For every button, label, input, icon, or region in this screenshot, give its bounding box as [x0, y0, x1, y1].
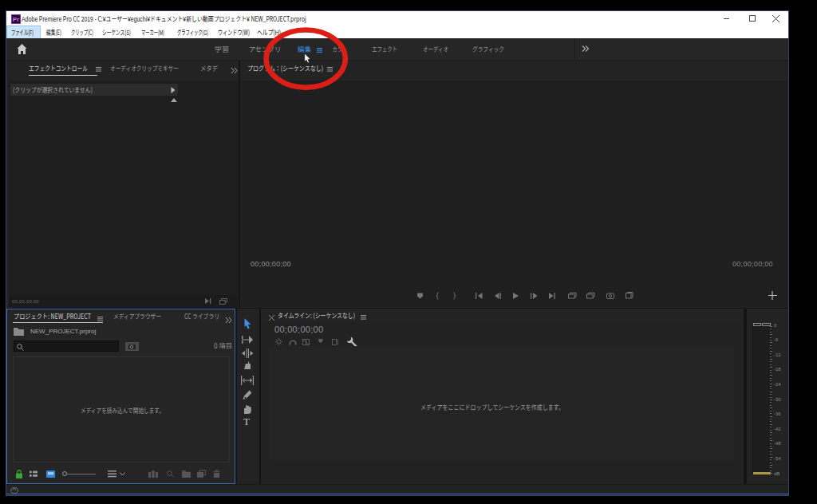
- svg-text:オーディオクリップミキサー: オーディオクリップミキサー: [110, 63, 179, 73]
- svg-text:マーカー(M): マーカー(M): [141, 27, 164, 37]
- svg-text:タイムライン: (シーケンスなし): タイムライン: (シーケンスなし): [278, 310, 355, 320]
- svg-text:学習: 学習: [215, 44, 229, 53]
- svg-text:メディアをここにドロップしてシーケンスを作成します。: メディアをここにドロップしてシーケンスを作成します。: [420, 402, 564, 411]
- svg-text:グラフィック(G): グラフィック(G): [177, 27, 208, 37]
- svg-text:ファイル(F): ファイル(F): [11, 27, 34, 37]
- svg-text:メタデ: メタデ: [200, 63, 218, 73]
- svg-text:グラフィック: グラフィック: [472, 44, 504, 53]
- svg-text:シーケンス(S): シーケンス(S): [102, 27, 131, 37]
- svg-text:エフェクトコントロール: エフェクトコントロール: [29, 63, 88, 73]
- svg-text:メディアを読み込んで開始します。: メディアを読み込んで開始します。: [81, 405, 164, 415]
- svg-text:オーディオ: オーディオ: [423, 44, 448, 53]
- svg-text:クリップ(C): クリップ(C): [71, 27, 93, 37]
- svg-text:ウィンドウ(W): ウィンドウ(W): [218, 27, 250, 37]
- svg-text:CC ライブラリ: CC ライブラリ: [184, 311, 219, 321]
- svg-text:編集(E): 編集(E): [46, 27, 61, 37]
- svg-text:メディアブラウザー: メディアブラウザー: [113, 311, 161, 321]
- svg-text:エフェクト: エフェクト: [372, 44, 397, 53]
- svg-text:(クリップが選択されていません): (クリップが選択されていません): [13, 85, 93, 94]
- svg-text:プロジェクト: NEW_PROJECT: プロジェクト: NEW_PROJECT: [14, 311, 91, 321]
- svg-text:0 項目: 0 項目: [214, 341, 232, 350]
